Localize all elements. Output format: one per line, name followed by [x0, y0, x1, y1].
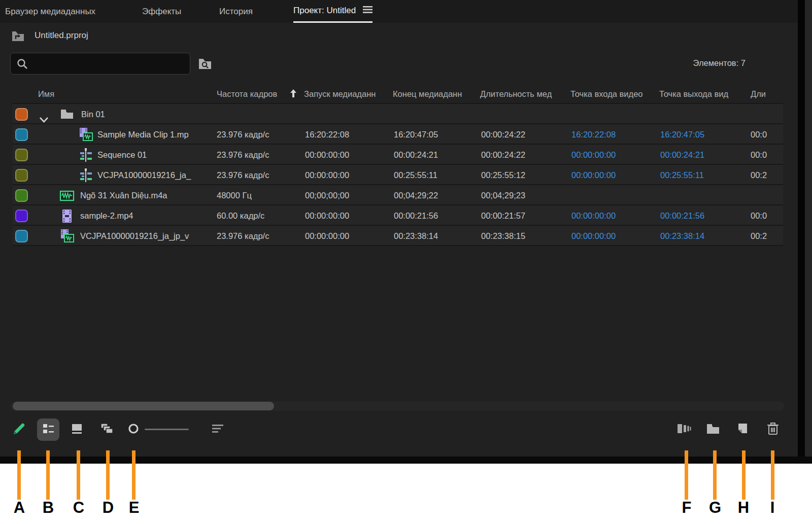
cell-frame-rate: 48000 Гц	[217, 185, 252, 205]
cell-video-in: 16:20:22:08	[571, 124, 616, 145]
cell-media-duration: 00:00:24:22	[481, 124, 525, 145]
cell-video-duration: 00:0	[751, 145, 767, 165]
navigate-up-icon[interactable]	[11, 29, 25, 43]
zoom-slider-track[interactable]	[145, 429, 189, 430]
label-color-chip[interactable]	[15, 209, 28, 222]
cell-video-in: 00:00:00:00	[571, 205, 616, 226]
label-color-chip[interactable]	[15, 149, 28, 161]
column-header-video-duration[interactable]: Дли	[751, 85, 766, 102]
cell-media-duration: 00:00:24:22	[481, 145, 525, 165]
new-bin-icon	[705, 422, 721, 438]
cell-media-start: 16:20:22:08	[305, 124, 349, 145]
cell-frame-rate: 23.976 кадр/с	[217, 124, 269, 145]
zoom-knob-icon	[127, 423, 140, 437]
panel-tab-bar: Браузер медиаданных Эффекты История Прое…	[0, 0, 798, 23]
search-box[interactable]	[10, 53, 190, 75]
cell-frame-rate: 23.976 кадр/с	[217, 165, 269, 185]
table-header: Имя Частота кадров Запуск медиаданн Коне…	[0, 85, 783, 102]
column-header-video-out[interactable]: Точка выхода вид	[659, 85, 728, 102]
panel-menu-icon[interactable]	[363, 6, 373, 16]
tab-label: Эффекты	[142, 7, 181, 17]
callout-letter-e: E	[129, 499, 140, 517]
cell-video-in: 00:00:00:00	[571, 226, 616, 246]
table-row-clip[interactable]: Sample Media Clip 1.mp 23.976 кадр/с 16:…	[13, 124, 783, 145]
automate-to-sequence-button[interactable]	[673, 418, 695, 441]
cell-video-out: 00:00:24:21	[660, 145, 704, 165]
list-view-icon	[41, 422, 55, 438]
sort-icons-button[interactable]	[207, 418, 229, 441]
delete-button[interactable]	[762, 418, 784, 441]
cell-media-start: 00:00:00:00	[305, 145, 349, 165]
horizontal-scrollbar-thumb[interactable]	[13, 402, 274, 410]
column-header-media-duration[interactable]: Длительность мед	[480, 85, 552, 102]
table-row-clip[interactable]: VCJPA10000019216_ja_jp_v 23.976 кадр/с 0…	[13, 226, 783, 246]
new-item-button[interactable]	[731, 418, 754, 441]
item-name: Sample Media Clip 1.mp	[97, 124, 189, 145]
cell-frame-rate: 60.00 кадр/с	[217, 205, 264, 226]
table-row-sequence[interactable]: VCJPA10000019216_ja_ 23.976 кадр/с 00:00…	[13, 165, 783, 185]
project-writable-button[interactable]	[8, 418, 30, 441]
label-color-chip[interactable]	[15, 128, 28, 141]
table-row-bin[interactable]: Bin 01	[13, 104, 783, 124]
callout-letter-g: G	[709, 499, 721, 517]
tab-project[interactable]: Проект: Untitled	[293, 0, 373, 23]
sort-icons-icon	[211, 423, 225, 437]
cell-video-duration: 00:0	[751, 205, 767, 226]
item-name: Sequence 01	[97, 145, 147, 165]
label-color-chip[interactable]	[15, 230, 28, 242]
column-header-name[interactable]: Имя	[38, 85, 54, 102]
cell-media-duration: 00:25:55:12	[481, 165, 525, 185]
callout-line-d	[106, 450, 110, 500]
item-name: VCJPA10000019216_ja_jp_v	[80, 226, 189, 246]
callout-line-b	[46, 450, 50, 500]
cell-media-end: 00:25:55:11	[394, 165, 437, 185]
new-bin-button[interactable]	[702, 418, 724, 441]
cell-media-end: 00;04;29;22	[394, 185, 438, 205]
cell-video-duration: 00:2	[751, 165, 767, 185]
tab-effects[interactable]: Эффекты	[142, 0, 181, 23]
zoom-slider-knob[interactable]	[122, 418, 145, 441]
find-in-bin-icon[interactable]	[197, 56, 213, 72]
adjacent-panel-edge	[805, 0, 812, 464]
cell-frame-rate: 23.976 кадр/с	[217, 145, 269, 165]
cell-media-duration: 00:00:21:57	[481, 205, 525, 226]
cell-media-start: 00;00;00;00	[305, 185, 349, 205]
cell-media-start: 00:00:00:00	[305, 226, 349, 246]
table-row-video[interactable]: sample-2.mp4 60.00 кадр/с 00:00:00:00 00…	[13, 205, 783, 226]
cell-video-out: 00:25:55:11	[660, 165, 704, 185]
freeform-view-button[interactable]	[96, 418, 118, 441]
column-header-media-end[interactable]: Конец медиаданн	[393, 85, 462, 102]
cell-video-in: 00:00:00:00	[571, 165, 616, 185]
tab-label: Браузер медиаданных	[5, 7, 95, 17]
table-row-sequence[interactable]: Sequence 01 23.976 кадр/с 00:00:00:00 00…	[13, 145, 783, 165]
label-color-chip[interactable]	[15, 108, 28, 121]
item-name: Ngõ 31 Xuân Diệu.m4a	[80, 185, 167, 205]
cell-video-in: 00:00:00:00	[571, 145, 616, 165]
callout-letter-i: I	[770, 499, 775, 517]
column-header-video-in[interactable]: Точка входа видео	[570, 85, 643, 102]
list-view-button[interactable]	[37, 418, 59, 441]
panel-right-border	[798, 0, 805, 464]
callout-letter-d: D	[103, 499, 114, 517]
cell-media-start: 00:00:00:00	[305, 205, 349, 226]
project-panel: Браузер медиаданных Эффекты История Прое…	[0, 0, 798, 464]
search-input[interactable]	[33, 54, 185, 74]
callout-line-h	[742, 450, 746, 500]
item-name: sample-2.mp4	[80, 205, 133, 226]
tab-media-browser[interactable]: Браузер медиаданных	[5, 0, 95, 23]
label-color-chip[interactable]	[15, 189, 28, 202]
cell-media-duration: 00:23:38:15	[481, 226, 525, 246]
tab-label: История	[219, 7, 253, 17]
icon-view-button[interactable]	[66, 418, 88, 441]
table-row-audio[interactable]: Ngõ 31 Xuân Diệu.m4a 48000 Гц 00;00;00;0…	[13, 185, 783, 205]
cell-media-start: 00:00:00:00	[305, 165, 349, 185]
tab-history[interactable]: История	[219, 0, 253, 23]
label-color-chip[interactable]	[15, 169, 28, 182]
callout-letter-h: H	[738, 499, 749, 517]
cell-video-duration: 00:0	[751, 124, 767, 145]
icon-view-icon	[70, 422, 84, 438]
column-header-frame-rate[interactable]: Частота кадров	[217, 85, 277, 102]
column-header-media-start[interactable]: Запуск медиаданн	[304, 85, 376, 102]
item-name: Bin 01	[81, 104, 105, 124]
panel-bottom-border	[0, 457, 812, 464]
